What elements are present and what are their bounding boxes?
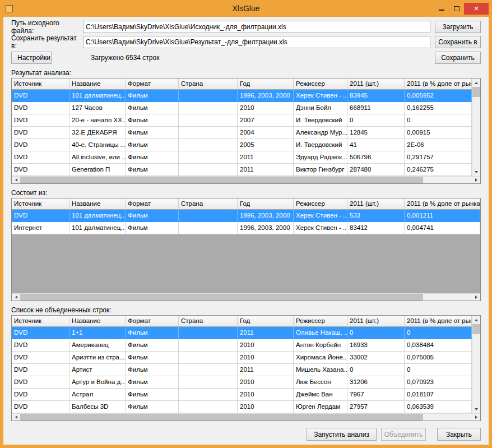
table-cell[interactable] xyxy=(179,164,238,176)
table-cell[interactable]: Фильм xyxy=(126,90,179,102)
table-row[interactable]: DVD1+1Фильм2011Оливье Накаш, ...00 xyxy=(12,327,472,339)
table-row[interactable]: DVD101 далматинец...Фильм1996, 2003, 200… xyxy=(12,210,480,222)
table-cell[interactable]: 2011 xyxy=(238,151,294,164)
table-cell[interactable] xyxy=(179,222,238,234)
horizontal-scrollbar-thumb[interactable] xyxy=(20,414,423,421)
table-cell[interactable] xyxy=(179,352,238,364)
column-header[interactable]: Режиссер xyxy=(294,198,347,210)
table-cell[interactable]: 0 xyxy=(347,364,405,376)
table-cell[interactable]: 16933 xyxy=(347,339,405,352)
table-row[interactable]: DVDАриэтти из стра...Фильм2010Хиромаса Й… xyxy=(12,352,472,364)
scroll-down-button[interactable] xyxy=(472,405,480,413)
table-cell[interactable]: Джеймс Ван xyxy=(294,389,347,401)
table-cell[interactable]: Артист xyxy=(69,364,126,376)
table-cell[interactable]: 1996, 2003, 2000 xyxy=(238,222,294,234)
table-cell[interactable]: DVD xyxy=(12,389,69,401)
column-header[interactable]: 2011 (в % доле от рынка) xyxy=(405,198,480,210)
table-row[interactable]: DVDБалбесы 3DФильм2010Юрген Лердам279570… xyxy=(12,401,472,413)
table-cell[interactable]: Фильм xyxy=(126,339,179,352)
table-cell[interactable]: 0,005952 xyxy=(405,90,472,102)
table-row[interactable]: DVD20-е - начало XX...Фильм2007И. Твердо… xyxy=(12,114,472,127)
table-cell[interactable] xyxy=(179,139,238,151)
table-cell[interactable] xyxy=(179,389,238,401)
table-cell[interactable]: 0 xyxy=(405,364,472,376)
table-cell[interactable]: Александр Мур... xyxy=(294,127,347,139)
table-cell[interactable]: Балбесы 3D xyxy=(69,401,126,413)
table-cell[interactable]: Херек Стивен - ... xyxy=(294,222,347,234)
table-cell[interactable]: Фильм xyxy=(126,164,179,176)
table-cell[interactable]: 0,00915 xyxy=(405,127,472,139)
table-cell[interactable]: Юрген Лердам xyxy=(294,401,347,413)
column-header[interactable]: 2011 (в % доле от рынка) xyxy=(405,316,472,327)
column-header[interactable]: Источник xyxy=(12,78,69,90)
table-cell[interactable]: Американец xyxy=(69,339,126,352)
horizontal-scrollbar-thumb[interactable] xyxy=(20,294,423,301)
table-cell[interactable]: 127 Часов xyxy=(69,102,126,114)
table-cell[interactable]: 2Е-06 xyxy=(405,139,472,151)
maximize-button[interactable] xyxy=(449,3,464,15)
settings-button[interactable]: Настройки xyxy=(11,52,52,64)
table-cell[interactable]: 0,004741 xyxy=(405,222,480,234)
table-row[interactable]: DVDAll inclusive, или ...Фильм2011Эдуард… xyxy=(12,151,472,164)
column-header[interactable]: Формат xyxy=(126,316,179,327)
scrollbar-track[interactable] xyxy=(423,294,472,301)
column-header[interactable]: 2011 (шт.) xyxy=(347,78,405,90)
column-header[interactable]: Название xyxy=(69,198,126,210)
horizontal-scrollbar[interactable] xyxy=(12,176,480,183)
vertical-scrollbar[interactable] xyxy=(472,316,480,413)
table-cell[interactable]: Фильм xyxy=(126,364,179,376)
table-cell[interactable]: Антон Корбейн xyxy=(294,339,347,352)
column-header[interactable]: Год xyxy=(238,316,294,327)
table-cell[interactable]: Фильм xyxy=(126,114,179,127)
table-cell[interactable]: Фильм xyxy=(126,210,179,222)
table-cell[interactable]: 0 xyxy=(347,114,405,127)
table-cell[interactable]: Астрал xyxy=(69,389,126,401)
table-cell[interactable]: 0,075005 xyxy=(405,352,472,364)
table-cell[interactable]: 0,291757 xyxy=(405,151,472,164)
table-cell[interactable]: Эдуард Радзюк... xyxy=(294,151,347,164)
table-cell[interactable]: 2011 xyxy=(238,327,294,339)
table-cell[interactable]: 7967 xyxy=(347,389,405,401)
table-row[interactable]: Интернет101 далматинец...Фильм1996, 2003… xyxy=(12,222,480,234)
table-cell[interactable]: 40-е. Страницы ... xyxy=(69,139,126,151)
scroll-left-button[interactable] xyxy=(12,177,20,183)
table-cell[interactable]: 2010 xyxy=(238,339,294,352)
table-cell[interactable]: 0,063539 xyxy=(405,401,472,413)
table-cell[interactable] xyxy=(179,327,238,339)
scroll-right-button[interactable] xyxy=(472,294,480,301)
table-cell[interactable]: И. Твердовский xyxy=(294,114,347,127)
table-cell[interactable]: Фильм xyxy=(126,327,179,339)
table-cell[interactable]: Херек Стивен - ... xyxy=(294,90,347,102)
horizontal-scrollbar[interactable] xyxy=(12,293,480,301)
table-cell[interactable]: 2011 xyxy=(238,164,294,176)
close-button[interactable]: ✕ xyxy=(464,3,489,15)
table-cell[interactable]: DVD xyxy=(12,127,69,139)
table-cell[interactable]: Хиромаса Йоне... xyxy=(294,352,347,364)
table-row[interactable]: DVDGeneration ПФильм2011Виктор Гинзбург2… xyxy=(12,164,472,176)
horizontal-scrollbar[interactable] xyxy=(12,413,480,421)
table-cell[interactable]: DVD xyxy=(12,139,69,151)
scroll-left-button[interactable] xyxy=(12,294,20,301)
column-header[interactable]: Страна xyxy=(179,78,238,90)
table-cell[interactable]: Артур и Война д... xyxy=(69,376,126,389)
table-cell[interactable]: DVD xyxy=(12,352,69,364)
table-cell[interactable]: DVD xyxy=(12,151,69,164)
table-cell[interactable]: Мишель Хазана... xyxy=(294,364,347,376)
table-cell[interactable]: 2010 xyxy=(238,389,294,401)
table-cell[interactable]: Херек Стивен - ... xyxy=(294,210,347,222)
table-cell[interactable]: 41 xyxy=(347,139,405,151)
titlebar[interactable]: XlsGlue ✕ xyxy=(3,0,489,17)
scroll-right-button[interactable] xyxy=(472,414,480,421)
table-cell[interactable]: 1+1 xyxy=(69,327,126,339)
vertical-scrollbar-thumb[interactable] xyxy=(472,87,480,97)
table-cell[interactable]: 0 xyxy=(405,114,472,127)
table-row[interactable]: DVD40-е. Страницы ...Фильм2005И. Твердов… xyxy=(12,139,472,151)
table-row[interactable]: DVDАстралФильм2010Джеймс Ван79670,018107 xyxy=(12,389,472,401)
source-path-input[interactable] xyxy=(83,21,430,33)
table-cell[interactable]: Фильм xyxy=(126,389,179,401)
column-header[interactable]: 2011 (шт.) xyxy=(347,198,405,210)
table-cell[interactable]: Фильм xyxy=(126,102,179,114)
horizontal-scrollbar-thumb[interactable] xyxy=(20,177,423,183)
column-header[interactable]: Название xyxy=(69,78,126,90)
column-header[interactable]: Название xyxy=(69,316,126,327)
